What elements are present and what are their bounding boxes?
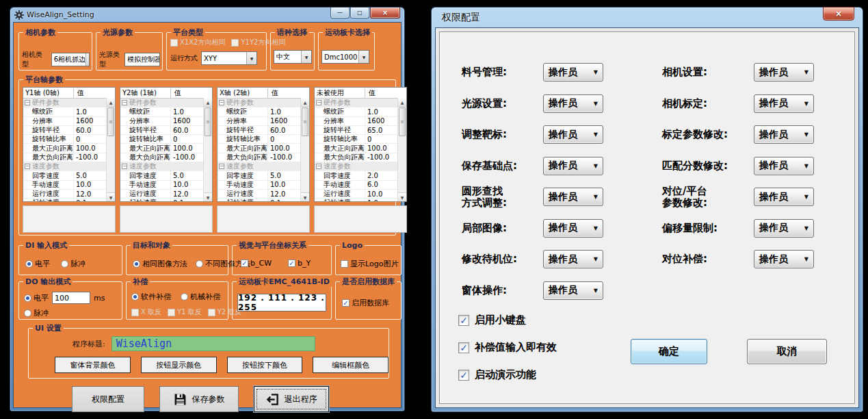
save-params-button[interactable]: 保存参数 (159, 386, 239, 412)
axis-param-row[interactable]: 分辨率1600 (315, 117, 397, 126)
permission-config-button[interactable]: 权限配置 (72, 386, 144, 412)
axis-param-row[interactable]: 旋转半径60.0 (23, 126, 106, 135)
axis-param-row[interactable]: 起始速度1.0 (315, 199, 397, 202)
axis-param-row[interactable]: 回零速度5.0 (120, 171, 203, 180)
collapse-icon[interactable]: − (122, 100, 127, 105)
axis-param-row[interactable]: 分辨率1600 (23, 117, 106, 126)
dialog-title-bar[interactable]: 权限配置 × (435, 8, 859, 27)
minimize-button[interactable]: — (330, 8, 350, 18)
form-background-color-button[interactable]: 窗体背景颜色 (55, 357, 131, 373)
axis-param-row[interactable]: 手动速度10.0 (218, 181, 300, 190)
axis-param-row[interactable]: 起始速度0.1 (218, 199, 300, 202)
scrollbar[interactable]: ▲≡▼ (106, 98, 115, 201)
axis-param-row[interactable]: 运行速度10.0 (315, 190, 397, 199)
scrollbar[interactable]: ▲≡▼ (300, 98, 309, 201)
do-pulse-radio[interactable]: 脉冲 (24, 308, 49, 318)
axis-category-row[interactable]: −硬件参数 (315, 99, 397, 107)
x-invert-checkbox[interactable]: X 取反 (131, 307, 161, 317)
software-comp-radio[interactable]: 软件补偿 (131, 292, 171, 302)
cancel-button[interactable]: 取消 (747, 339, 827, 364)
permission-dropdown[interactable]: 操作员▼ (754, 157, 814, 175)
permission-dropdown[interactable]: 操作员▼ (543, 94, 603, 113)
collapse-icon[interactable]: − (219, 100, 224, 105)
permission-dropdown[interactable]: 操作员▼ (543, 125, 603, 144)
axis-param-row[interactable]: 运行速度12.0 (218, 190, 300, 199)
axis-param-row[interactable]: 旋转轴比率0 (120, 135, 203, 144)
axis-param-row[interactable]: 回零速度5.0 (218, 171, 300, 180)
do-level-radio[interactable]: 电平 (24, 293, 49, 303)
mechanical-comp-radio[interactable]: 机械补偿 (181, 292, 220, 302)
scrollbar[interactable]: ▲≡▼ (203, 98, 212, 201)
permission-dropdown[interactable]: 操作员▼ (543, 219, 603, 238)
permission-dropdown[interactable]: 操作员▼ (543, 250, 603, 268)
axis-param-row[interactable]: 旋转半径65.0 (315, 126, 397, 135)
light-type-dropdown[interactable]: 模拟控制器 ▼ (124, 53, 160, 66)
scroll-down-button[interactable]: ▼ (301, 192, 309, 201)
axis-param-row[interactable]: 分辨率1600 (218, 117, 300, 126)
language-dropdown[interactable]: 中文 ▼ (274, 50, 312, 64)
enable-database-checkbox[interactable]: 启用数据库 (342, 298, 389, 308)
axis-param-row[interactable]: 最大正向距离100.0 (218, 144, 300, 153)
b-y-checkbox[interactable]: b_Y (288, 259, 311, 268)
app-title-input[interactable]: WiseAlign (111, 336, 315, 351)
di-pulse-radio[interactable]: 脉冲 (61, 259, 86, 269)
ok-button[interactable]: 确定 (631, 339, 707, 364)
scroll-up-button[interactable]: ▲ (301, 98, 309, 107)
axis-param-row[interactable]: 旋转半径60.0 (218, 126, 300, 135)
axis-param-row[interactable]: 起始速度0.1 (23, 199, 106, 202)
same-image-method-radio[interactable]: 相同图像方法 (133, 259, 187, 269)
axis-param-row[interactable]: 运行速度12.0 (120, 190, 203, 199)
permission-dropdown[interactable]: 操作员▼ (754, 94, 814, 113)
axis-param-row[interactable]: 运行速度12.0 (23, 190, 106, 199)
scroll-up-button[interactable]: ▲ (107, 98, 115, 107)
board-ip-input[interactable]: 192 . 111 . 123 . 255 (237, 294, 326, 312)
collapse-icon[interactable]: − (25, 100, 30, 105)
permission-dropdown[interactable]: 操作员▼ (543, 188, 603, 206)
axis-param-row[interactable]: 手动速度10.0 (23, 181, 106, 190)
axis-category-row[interactable]: −硬件参数 (120, 99, 203, 107)
axis-param-row[interactable]: 旋转轴比率0 (315, 135, 397, 144)
edit-frame-color-button[interactable]: 编辑框颜色 (313, 357, 389, 373)
axis-param-row[interactable]: 最大正向距离100.0 (315, 144, 397, 153)
dialog-close-button[interactable]: × (823, 7, 854, 21)
scroll-thumb[interactable]: ≡ (107, 107, 114, 136)
permission-dropdown[interactable]: 操作员▼ (754, 125, 814, 144)
title-bar[interactable]: WiseAlign_Setting — □ × (13, 8, 402, 22)
axis-param-row[interactable]: 最大正向距离100.0 (23, 144, 106, 153)
axis-param-row[interactable]: 最大负向距离-100.0 (120, 153, 203, 162)
permission-dropdown[interactable]: 操作员▼ (543, 157, 603, 175)
axis-param-row[interactable]: 手动速度10.0 (120, 181, 203, 190)
axis-param-row[interactable]: 回零速度2.0 (315, 171, 397, 180)
maximize-button[interactable]: □ (350, 8, 369, 18)
axis-param-row[interactable]: 手动速度6.0 (315, 181, 397, 190)
collapse-icon[interactable]: − (219, 164, 224, 169)
x1x2-same-direction-checkbox[interactable]: X1X2方向相同 (170, 38, 225, 47)
permission-dropdown[interactable]: 操作员▼ (543, 281, 603, 300)
axis-param-row[interactable]: 螺纹距1.0 (23, 107, 106, 116)
close-button[interactable]: × (370, 8, 400, 18)
permission-dropdown[interactable]: 操作员▼ (754, 188, 814, 206)
axis-param-row[interactable]: 旋转轴比率0 (218, 135, 300, 144)
dialog-checkbox[interactable]: 补偿值输入即有效 (458, 338, 557, 357)
scroll-down-button[interactable]: ▼ (107, 192, 115, 201)
axis-category-row[interactable]: −速度参数 (218, 162, 300, 171)
axis-category-row[interactable]: −硬件参数 (23, 99, 106, 107)
axis-category-row[interactable]: −硬件参数 (218, 99, 300, 107)
do-duration-input[interactable] (52, 292, 90, 304)
scroll-down-button[interactable]: ▼ (398, 192, 406, 201)
scroll-down-button[interactable]: ▼ (204, 192, 212, 201)
collapse-icon[interactable]: − (316, 164, 321, 169)
axis-param-row[interactable]: 螺纹距1.0 (218, 107, 300, 116)
axis-param-row[interactable]: 旋转轴比率0 (23, 135, 106, 144)
axis-param-row[interactable]: 最大负向距离-100.0 (23, 153, 106, 162)
scrollbar[interactable]: ▲≡▼ (397, 98, 406, 201)
motion-board-dropdown[interactable]: Dmc1000 ▼ (321, 50, 369, 64)
scroll-up-button[interactable]: ▲ (204, 98, 212, 107)
axis-param-row[interactable]: 螺纹距1.0 (315, 107, 397, 116)
run-mode-dropdown[interactable]: XYY ▼ (201, 51, 257, 65)
permission-dropdown[interactable]: 操作员▼ (754, 63, 814, 81)
axis-param-row[interactable]: 旋转半径60.0 (120, 126, 203, 135)
button-display-color-button[interactable]: 按钮显示颜色 (141, 357, 217, 373)
y1-invert-checkbox[interactable]: Y1 取反 (168, 307, 202, 317)
axis-category-row[interactable]: −速度参数 (315, 162, 397, 171)
